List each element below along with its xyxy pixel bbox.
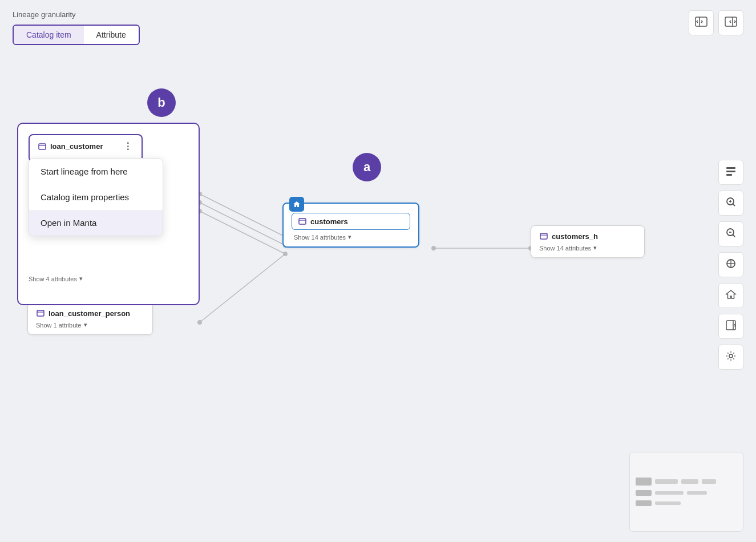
chevron-down-icon-2: ▾	[84, 321, 87, 329]
svg-point-13	[197, 320, 202, 325]
context-menu-catalog-props[interactable]: Catalog item properties	[29, 184, 163, 210]
loan-customer-icon	[38, 142, 47, 151]
settings-icon	[725, 350, 737, 365]
context-menu-open-manta[interactable]: Open in Manta	[29, 210, 163, 236]
mini-map-block	[655, 491, 684, 495]
mini-map-block	[681, 479, 698, 484]
customers-h-name: customers_h	[552, 232, 598, 241]
lineage-header: Lineage granularity Catalog item Attribu…	[13, 10, 140, 45]
svg-line-2	[200, 211, 285, 254]
customers-name: customers	[310, 217, 348, 226]
fit-screen-button[interactable]	[718, 252, 743, 277]
svg-rect-20	[37, 310, 44, 316]
loan-customer-person-node: loan_customer_person Show 1 attribute ▾	[27, 302, 153, 335]
home-badge	[289, 197, 304, 212]
loan-customer-person-name: loan_customer_person	[48, 309, 130, 318]
home-button[interactable]	[718, 283, 743, 308]
home-nav-icon	[725, 289, 737, 303]
svg-rect-22	[299, 219, 306, 224]
loan-customer-attr-btn[interactable]: Show 4 attributes ▾	[29, 275, 83, 282]
svg-point-7	[283, 252, 288, 256]
svg-point-8	[431, 246, 436, 250]
customers-attr-btn[interactable]: Show 14 attributes ▾	[292, 233, 410, 241]
customers-icon	[298, 217, 307, 226]
svg-rect-24	[540, 233, 547, 239]
zoom-in-button[interactable]	[718, 191, 743, 216]
panel-toggle-button[interactable]	[718, 314, 743, 339]
customers-h-attr-btn[interactable]: Show 14 attributes ▾	[539, 244, 636, 252]
zoom-out-button[interactable]	[718, 221, 743, 246]
list-view-icon	[725, 165, 737, 180]
right-toolbar	[718, 160, 743, 370]
svg-line-1	[200, 203, 285, 245]
customers-h-node: customers_h Show 14 attributes ▾	[531, 225, 645, 258]
annotation-a: a	[353, 153, 381, 181]
loan-customer-person-attr-btn[interactable]: Show 1 attribute ▾	[36, 321, 144, 329]
mini-map-row-1	[636, 478, 737, 486]
customers-h-icon	[539, 232, 548, 241]
panel-toggle-icon	[725, 319, 737, 334]
mini-map-block	[687, 491, 707, 495]
mini-map-block	[636, 500, 652, 506]
svg-rect-18	[39, 144, 46, 149]
customers-header: customers	[292, 213, 410, 230]
mini-map-block	[702, 479, 716, 484]
fit-screen-icon	[725, 258, 737, 272]
collapse-left-icon	[695, 17, 708, 29]
top-toolbar	[689, 10, 743, 35]
customers-h-header: customers_h	[539, 232, 636, 241]
expand-right-icon	[725, 17, 737, 29]
mini-map-block	[655, 479, 678, 484]
annotation-b: b	[147, 88, 176, 117]
expand-right-button[interactable]	[718, 10, 743, 35]
mini-map-block	[636, 478, 652, 486]
mini-map-row-2	[636, 490, 737, 496]
svg-line-3	[200, 254, 285, 322]
collapse-left-button[interactable]	[689, 10, 714, 35]
svg-line-32	[733, 204, 735, 206]
svg-rect-28	[726, 174, 732, 176]
svg-line-0	[200, 194, 285, 237]
node-group-b: loan_customer ⋮ Start lineage from here …	[17, 123, 200, 305]
svg-line-35	[733, 234, 735, 237]
zoom-out-icon	[725, 227, 737, 241]
mini-map	[629, 452, 743, 532]
svg-rect-27	[726, 171, 735, 172]
chevron-down-icon-4: ▾	[593, 244, 597, 252]
tab-catalog-item[interactable]: Catalog item	[14, 26, 84, 44]
settings-button[interactable]	[718, 345, 743, 370]
list-view-button[interactable]	[718, 160, 743, 185]
context-menu: Start lineage from here Catalog item pro…	[29, 158, 163, 236]
lineage-canvas: Lineage granularity Catalog item Attribu…	[0, 0, 756, 542]
loan-customer-attrs: Show 4 attributes ▾	[29, 274, 83, 282]
mini-map-row-3	[636, 500, 737, 506]
lineage-title: Lineage granularity	[13, 10, 140, 19]
svg-rect-39	[726, 321, 735, 330]
mini-map-block	[636, 490, 652, 496]
granularity-tabs: Catalog item Attribute	[13, 25, 140, 45]
zoom-in-icon	[725, 196, 737, 211]
mini-map-content	[630, 472, 743, 512]
chevron-down-icon-3: ▾	[348, 233, 351, 241]
tab-attribute[interactable]: Attribute	[84, 26, 139, 44]
mini-map-block	[655, 501, 681, 505]
loan-customer-name: loan_customer	[50, 142, 103, 151]
customers-node: customers Show 14 attributes ▾	[282, 203, 419, 248]
loan-customer-person-header: loan_customer_person	[36, 309, 144, 318]
svg-rect-26	[726, 167, 735, 169]
svg-point-41	[729, 354, 733, 358]
loan-customer-person-icon	[36, 309, 45, 318]
chevron-down-icon: ▾	[79, 275, 83, 282]
loan-customer-header: loan_customer ⋮	[38, 141, 134, 152]
context-menu-start-lineage[interactable]: Start lineage from here	[29, 159, 163, 184]
loan-customer-menu-btn[interactable]: ⋮	[122, 141, 134, 152]
